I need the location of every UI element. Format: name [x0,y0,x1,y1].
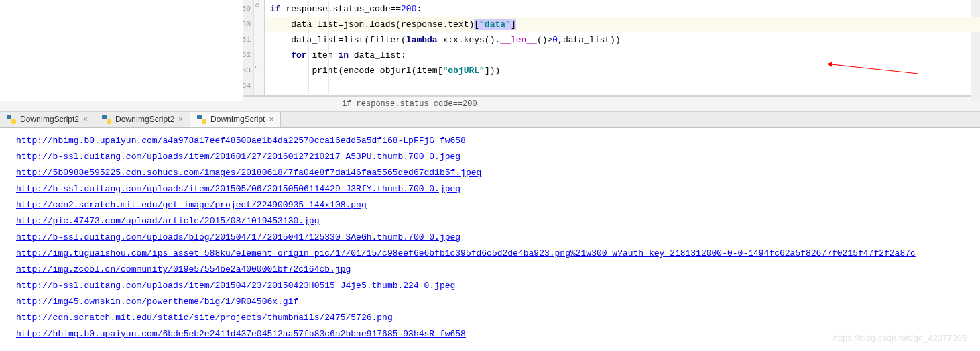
code-text-area[interactable]: if response.status_code==200: data_list=… [265,0,980,95]
code-line[interactable] [265,79,980,94]
output-url-link[interactable]: http://5b0988e595225.cdn.sohucs.com/imag… [16,168,481,178]
output-line: http://cdn.scratch.mit.edu/static/site/p… [16,310,964,326]
output-tab[interactable]: DownImgScript2× [95,112,190,127]
code-editor: 596061626364 ⊖ ⌐ if response.status_code… [0,0,980,96]
output-line: http://b-ssl.duitang.com/uploads/item/20… [16,181,964,197]
output-line: http://b-ssl.duitang.com/uploads/blog/20… [16,230,964,246]
svg-line-0 [831,64,918,74]
output-line: http://b-ssl.duitang.com/uploads/item/20… [16,278,964,294]
fold-gutter[interactable]: ⊖ ⌐ [253,0,264,95]
output-line: http://hbimg.b0.upaiyun.com/a4a978a17eef… [16,133,964,149]
output-line: http://5b0988e595225.cdn.sohucs.com/imag… [16,165,964,181]
code-line[interactable]: data_list=list(filter(lambda x:x.keys().… [265,32,980,48]
breadcrumb-text: if response.status_code==200 [342,99,477,109]
output-line: http://cdn2.scratch.mit.edu/get_image/pr… [16,197,964,213]
python-file-icon [102,115,111,124]
output-line: http://img.zcool.cn/community/019e57554b… [16,262,964,278]
output-url-link[interactable]: http://b-ssl.duitang.com/uploads/item/20… [16,184,461,194]
output-tab[interactable]: DownImgScript2× [0,112,95,127]
output-line: http://hbimg.b0.upaiyun.com/6bde5eb2e241… [16,326,964,342]
output-line: http://pic.47473.com/upload/article/2015… [16,213,964,230]
output-tab-bar: DownImgScript2×DownImgScript2×DownImgScr… [0,112,980,128]
output-url-link[interactable]: http://hbimg.b0.upaiyun.com/a4a978a17eef… [16,136,466,146]
output-url-link[interactable]: http://img.zcool.cn/community/019e57554b… [16,264,351,274]
python-file-icon [197,115,206,124]
tab-label: DownImgScript [210,115,265,124]
output-line: http://img.tuguaishou.com/ips_asset_588k… [16,246,964,262]
output-url-link[interactable]: http://pic.47473.com/upload/article/2015… [16,216,319,226]
editor-margin [0,0,243,101]
annotation-arrow-icon [828,62,922,75]
fold-end-icon: ⌐ [255,63,259,70]
tab-label: DownImgScript2 [115,115,174,124]
output-url-link[interactable]: http://b-ssl.duitang.com/uploads/blog/20… [16,232,461,242]
close-icon[interactable]: × [83,115,88,124]
output-url-link[interactable]: http://hbimg.b0.upaiyun.com/6bde5eb2e241… [16,329,466,339]
output-url-link[interactable]: http://b-ssl.duitang.com/uploads/item/20… [16,152,461,162]
output-url-link[interactable]: http://cdn.scratch.mit.edu/static/site/p… [16,313,393,323]
fold-marker-icon[interactable]: ⊖ [255,1,259,9]
code-line[interactable]: for item in data_list: [265,48,980,63]
output-tab[interactable]: DownImgScript× [190,112,281,127]
python-file-icon [7,115,16,124]
output-line: http://b-ssl.duitang.com/uploads/item/20… [16,149,964,165]
tab-label: DownImgScript2 [20,115,79,124]
close-icon[interactable]: × [269,115,273,124]
code-line[interactable]: if response.status_code==200: [265,1,980,17]
output-url-link[interactable]: http://img.tuguaishou.com/ips_asset_588k… [16,248,916,258]
output-url-link[interactable]: http://b-ssl.duitang.com/uploads/item/20… [16,281,455,291]
output-url-link[interactable]: http://img45.ownskin.com/powertheme/big/… [16,297,298,307]
output-line: http://img45.ownskin.com/powertheme/big/… [16,294,964,310]
console-output[interactable]: http://hbimg.b0.upaiyun.com/a4a978a17eef… [0,128,980,348]
close-icon[interactable]: × [178,115,183,124]
output-url-link[interactable]: http://cdn2.scratch.mit.edu/get_image/pr… [16,200,367,210]
code-line[interactable]: data_list=json.loads(response.text)["dat… [265,17,980,32]
